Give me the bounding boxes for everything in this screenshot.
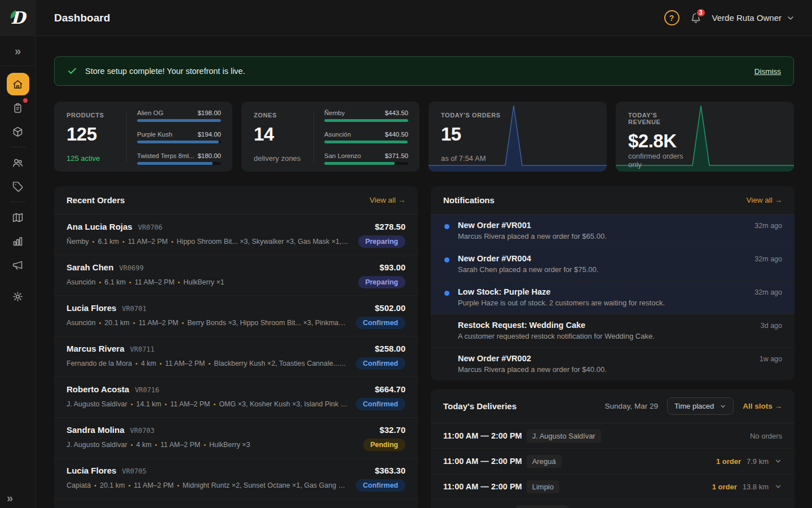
user-menu[interactable]: Verde Ruta Owner	[712, 13, 795, 23]
all-slots-link[interactable]: All slots →	[743, 402, 782, 410]
product-price: $194.00	[197, 131, 221, 138]
zone-value: $443.50	[385, 110, 408, 116]
product-name: Twisted Terps 8ml...	[137, 152, 194, 159]
slot-zone-chip: J. Augusto Saldívar	[527, 430, 601, 443]
chevron-down-icon	[786, 14, 795, 23]
notification-item[interactable]: New Order #VR00432m ago Sarah Chen place…	[431, 248, 795, 281]
order-row[interactable]: Lucia FloresVR0701$502.00 Asunción•20.1 …	[54, 296, 418, 336]
notification-item[interactable]: Low Stock: Purple Haze32m ago Purple Haz…	[431, 281, 795, 314]
order-id: VR0701	[122, 305, 146, 313]
order-row[interactable]: Ana Lucia RojasVR0706$278.50 Ñemby•6.1 k…	[54, 214, 418, 255]
sidebar-item-analytics[interactable]	[7, 230, 29, 252]
order-zone: Fernando de la Mora	[67, 360, 132, 367]
slot-time: 11:00 AM — 2:00 PM	[443, 431, 522, 440]
unread-dot	[444, 291, 449, 296]
order-row[interactable]: Lucia FloresVR0705$363.30 Capiatá•20.1 k…	[54, 458, 418, 499]
orders-view-all-link[interactable]: View all →	[369, 196, 405, 204]
order-distance: 4 km	[141, 360, 156, 367]
sort-select-value: Time placed	[674, 402, 714, 410]
sidebar-item-customers[interactable]	[7, 151, 29, 174]
notification-item[interactable]: Restock Request: Wedding Cake3d ago A cu…	[431, 314, 795, 348]
todays-revenue-stat-card[interactable]: TODAY'S REVENUE $2.8K confirmed orders o…	[616, 102, 794, 172]
zone-name: San Lorenzo	[324, 152, 361, 159]
help-icon[interactable]: ?	[664, 10, 679, 25]
order-total: $93.00	[379, 262, 405, 272]
chevron-down-icon[interactable]	[774, 457, 782, 465]
order-zone: Asunción	[67, 278, 95, 286]
order-distance: 20.1 km	[104, 319, 129, 327]
sidebar-expand-button-bottom[interactable]: »	[7, 492, 13, 505]
status-badge: Confirmed	[356, 317, 406, 329]
tag-icon	[12, 181, 24, 192]
products-stat-card[interactable]: PRODUCTS 125 125 active Alien OG$198.00 …	[54, 102, 232, 172]
order-window: 11 AM–2 PM	[134, 481, 174, 489]
order-zone: Asunción	[67, 319, 95, 327]
notification-title: New Order #VR004	[458, 254, 531, 263]
app-logo[interactable]: D	[0, 0, 36, 36]
order-total: $32.70	[379, 425, 405, 435]
zone-value: $371.50	[385, 152, 408, 159]
status-badge: Preparing	[358, 235, 405, 248]
sidebar-item-promotions[interactable]	[7, 175, 29, 198]
order-customer: Sandra Molina	[67, 425, 125, 435]
notification-description: Sarah Chen placed a new order for $75.00…	[458, 265, 782, 274]
delivery-slot-row[interactable]: 11:00 AM — 2:00 PM Limpio 1 order 13.8 k…	[431, 474, 795, 500]
sidebar-item-products[interactable]	[7, 120, 29, 143]
sort-select[interactable]: Time placed	[667, 397, 734, 415]
sidebar-item-zones[interactable]	[7, 206, 29, 229]
slot-time: 11:00 AM — 2:00 PM	[443, 482, 522, 491]
notification-title: Low Stock: Purple Haze	[458, 287, 550, 296]
notifications-bell-icon[interactable]: 3	[690, 12, 702, 24]
order-row[interactable]: Sarah ChenVR0699$93.00 Asunción•6.1 km•1…	[54, 255, 418, 296]
unread-dot	[444, 257, 449, 262]
order-customer: Sarah Chen	[67, 262, 113, 272]
slot-zone-chip	[517, 505, 568, 508]
order-row[interactable]: Alejandro ReyesVR0700$187.07	[54, 499, 418, 508]
notification-item[interactable]: New Order #VR00132m ago Marcus Rivera pl…	[431, 214, 795, 248]
notification-title: New Order #VR002	[458, 354, 531, 363]
product-name: Purple Kush	[137, 131, 173, 138]
slot-zone-chip: Limpio	[527, 480, 559, 493]
notifications-panel: Notifications View all → New Order #VR00…	[431, 186, 795, 380]
slot-zone-chip: Areguá	[527, 455, 562, 468]
zones-stat-card[interactable]: ZONES 14 delivery zones Ñemby$443.50 Asu…	[241, 102, 420, 172]
order-row[interactable]: Sandra MolinaVR0703$32.70 J. Augusto Sal…	[54, 418, 418, 458]
delivery-slot-row[interactable]: 11:00 AM — 2:00 PM Areguá 1 order 7.9 km	[431, 449, 795, 474]
sidebar-nav: »	[0, 36, 36, 508]
notification-description: Purple Haze is out of stock. 2 customers…	[458, 299, 782, 307]
notification-item[interactable]: New Order #VR0021w ago Marcus Rivera pla…	[431, 348, 795, 380]
chevron-down-icon[interactable]	[774, 483, 782, 491]
panel-title: Notifications	[443, 195, 495, 205]
order-distance: 14.1 km	[136, 400, 161, 408]
sidebar-item-orders[interactable]	[7, 97, 29, 119]
order-distance: 6.1 km	[104, 278, 126, 286]
todays-orders-stat-card[interactable]: TODAY'S ORDERS 15 as of 7:54 AM	[429, 102, 607, 172]
deliveries-date: Sunday, Mar 29	[605, 402, 658, 410]
order-id: VR0716	[135, 386, 159, 394]
stat-subtext: delivery zones	[254, 154, 314, 163]
top-product-row: Alien OG$198.00	[137, 110, 221, 122]
sidebar-expand-button[interactable]: »	[7, 40, 29, 62]
status-badge: Preparing	[358, 276, 405, 288]
stat-cards: PRODUCTS 125 125 active Alien OG$198.00 …	[54, 102, 794, 172]
sidebar-item-dashboard[interactable]	[7, 73, 29, 95]
order-window: 11 AM–2 PM	[170, 400, 210, 408]
notifications-view-all-link[interactable]: View all →	[746, 196, 782, 204]
order-row[interactable]: Roberto AcostaVR0716$664.70 J. Augusto S…	[54, 377, 418, 418]
orders-alert-dot	[23, 98, 28, 103]
sidebar-item-marketing[interactable]	[7, 253, 29, 276]
order-id: VR0699	[119, 264, 143, 272]
order-items: HulkBerry ×3	[209, 441, 250, 449]
notification-title: Restock Request: Wedding Cake	[458, 321, 585, 330]
order-items: Berry Bonds ×3, Hippo Shroom Bit... ×3, …	[187, 319, 347, 327]
slot-order-count: No orders	[750, 432, 782, 440]
notification-count-badge: 3	[696, 8, 706, 17]
sidebar-item-settings[interactable]	[7, 285, 29, 308]
order-row[interactable]: Marcus RiveraVR0711$258.00 Fernando de l…	[54, 336, 418, 377]
order-window: 11 AM–2 PM	[161, 441, 201, 449]
delivery-slot-row[interactable]: 11:00 AM — 2:00 PM J. Augusto Saldívar N…	[431, 423, 795, 449]
status-badge: Confirmed	[356, 357, 406, 370]
dismiss-button[interactable]: Dismiss	[754, 67, 781, 76]
notification-description: Marcus Rivera placed a new order for $65…	[458, 232, 782, 240]
delivery-slot-row[interactable]	[431, 500, 795, 508]
